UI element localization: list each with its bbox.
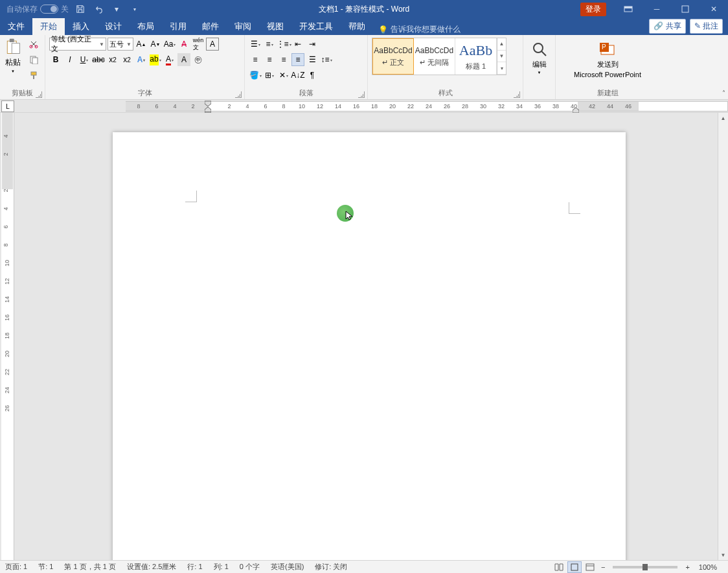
tab-view[interactable]: 视图 [259, 18, 291, 35]
status-page[interactable]: 页面: 1 [0, 562, 33, 572]
group-clipboard: 粘贴 ▼ 剪贴板 [0, 35, 45, 99]
align-left-button[interactable]: ≡ [249, 53, 262, 66]
bullets-button[interactable]: ☰▾ [249, 38, 262, 51]
bold-button[interactable]: B [49, 53, 62, 66]
tab-design[interactable]: 设计 [97, 18, 130, 35]
tab-insert[interactable]: 插入 [65, 18, 97, 35]
align-right-button[interactable]: ≡ [277, 53, 290, 66]
font-color-button[interactable]: A▾ [163, 53, 176, 66]
tab-home[interactable]: 开始 [32, 18, 65, 35]
status-language[interactable]: 英语(美国) [266, 562, 310, 572]
comments-button[interactable]: ✎ 批注 [690, 19, 723, 34]
increase-indent-button[interactable]: ⇥ [306, 38, 319, 51]
styles-dialog-launcher[interactable] [514, 91, 520, 98]
scroll-up-button[interactable]: ▲ [718, 113, 728, 123]
clear-format-button[interactable]: A̶ [177, 38, 190, 51]
maximize-button[interactable] [671, 0, 700, 18]
asian-layout-button[interactable]: ✕▾ [277, 69, 290, 82]
zoom-level[interactable]: 100% [694, 563, 723, 571]
paste-button[interactable]: 粘贴 ▼ [4, 38, 22, 82]
status-col[interactable]: 列: 1 [209, 562, 234, 572]
show-marks-button[interactable]: ¶ [306, 69, 319, 82]
distribute-button[interactable]: ☰ [306, 53, 319, 66]
web-layout-button[interactable] [583, 561, 597, 573]
cut-button[interactable] [27, 38, 40, 51]
save-button[interactable] [74, 3, 87, 16]
clipboard-dialog-launcher[interactable] [36, 91, 42, 98]
login-button[interactable]: 登录 [580, 3, 606, 16]
tab-layout[interactable]: 布局 [130, 18, 162, 35]
char-border-button[interactable]: A [206, 38, 219, 51]
qat-customize[interactable]: ▾ [128, 3, 141, 16]
page[interactable] [113, 132, 626, 560]
highlight-button[interactable]: ab▾ [149, 53, 162, 66]
text-effects-button[interactable]: A▾ [135, 53, 148, 66]
superscript-button[interactable]: x2 [120, 53, 133, 66]
tab-help[interactable]: 帮助 [341, 18, 373, 35]
document-canvas[interactable] [14, 113, 728, 560]
style-no-spacing[interactable]: AaBbCcDd ↵ 无间隔 [414, 38, 455, 75]
scroll-down-button[interactable]: ▼ [718, 550, 728, 560]
tab-file[interactable]: 文件 [0, 18, 32, 35]
grow-font-button[interactable]: A▲ [135, 38, 148, 51]
tab-mailings[interactable]: 邮件 [194, 18, 227, 35]
copy-button[interactable] [27, 53, 40, 66]
status-section[interactable]: 节: 1 [33, 562, 59, 572]
status-track[interactable]: 修订: 关闭 [310, 562, 353, 572]
status-setting[interactable]: 设置值: 2.5厘米 [122, 562, 182, 572]
shading-button[interactable]: 🪣▾ [249, 69, 262, 82]
shrink-font-button[interactable]: A▼ [149, 38, 162, 51]
zoom-out-button[interactable]: − [598, 563, 608, 571]
font-name-combo[interactable]: 等线 (西文正文▼ [49, 38, 106, 51]
decrease-indent-button[interactable]: ⇤ [291, 38, 304, 51]
zoom-slider[interactable] [613, 566, 677, 568]
font-size-combo[interactable]: 五号▼ [108, 38, 133, 51]
styles-gallery[interactable]: AaBbCcDd ↵ 正文 AaBbCcDd ↵ 无间隔 AaBb 标题 1 ▲… [372, 38, 506, 75]
find-button[interactable]: 编辑 ▼ [527, 38, 551, 77]
styles-scroll[interactable]: ▲▼▾ [497, 38, 506, 75]
zoom-in-button[interactable]: + [683, 563, 692, 571]
ribbon-display-button[interactable] [614, 0, 643, 18]
tell-me-search[interactable]: 💡 告诉我你想要做什么 [378, 24, 461, 35]
vertical-ruler[interactable]: 422468101214161820222426 [1, 113, 14, 560]
undo-dropdown[interactable]: ▾ [110, 3, 123, 16]
tab-selector[interactable]: L [1, 100, 14, 112]
align-justify-button[interactable]: ≡ [291, 53, 304, 66]
status-pages[interactable]: 第 1 页，共 1 页 [59, 562, 121, 572]
line-spacing-button[interactable]: ↕≡▾ [320, 53, 333, 66]
format-painter-button[interactable] [27, 69, 40, 82]
underline-button[interactable]: U▾ [78, 53, 91, 66]
strikethrough-button[interactable]: abc [92, 53, 105, 66]
status-line[interactable]: 行: 1 [182, 562, 208, 572]
autosave-toggle[interactable]: 自动保存 关 [6, 4, 69, 15]
close-button[interactable]: ✕ [700, 0, 728, 18]
multilevel-button[interactable]: ⋮≡▾ [277, 38, 290, 51]
status-words[interactable]: 0 个字 [234, 562, 266, 572]
change-case-button[interactable]: Aa▾ [163, 38, 176, 51]
tab-developer[interactable]: 开发工具 [291, 18, 341, 35]
align-center-button[interactable]: ≡ [263, 53, 276, 66]
font-dialog-launcher[interactable] [235, 91, 242, 98]
print-layout-button[interactable] [567, 561, 582, 573]
numbering-button[interactable]: ≡▾ [263, 38, 276, 51]
borders-button[interactable]: ⊞▾ [263, 69, 276, 82]
paragraph-dialog-launcher[interactable] [358, 91, 365, 98]
send-to-powerpoint-button[interactable]: P 发送到 Microsoft PowerPoint [560, 38, 655, 81]
style-heading1[interactable]: AaBb 标题 1 [455, 38, 497, 75]
vertical-scrollbar[interactable]: ▲ ▼ [718, 113, 728, 560]
tab-references[interactable]: 引用 [162, 18, 194, 35]
style-normal[interactable]: AaBbCcDd ↵ 正文 [372, 38, 414, 75]
read-mode-button[interactable] [552, 561, 566, 573]
enclose-char-button[interactable]: ㊥ [192, 53, 205, 66]
collapse-ribbon-button[interactable]: ˄ [722, 89, 725, 97]
phonetic-guide-button[interactable]: wén文 [192, 38, 205, 51]
char-shading-button[interactable]: A [177, 53, 190, 66]
minimize-button[interactable]: ─ [643, 0, 671, 18]
share-button[interactable]: 🔗 共享 [649, 19, 685, 34]
italic-button[interactable]: I [63, 53, 76, 66]
subscript-button[interactable]: x2 [106, 53, 119, 66]
horizontal-ruler[interactable]: 8642246810121416182022242628303234363840… [14, 100, 728, 112]
tab-review[interactable]: 审阅 [227, 18, 259, 35]
sort-button[interactable]: A↓Z [291, 69, 304, 82]
undo-button[interactable] [92, 3, 105, 16]
